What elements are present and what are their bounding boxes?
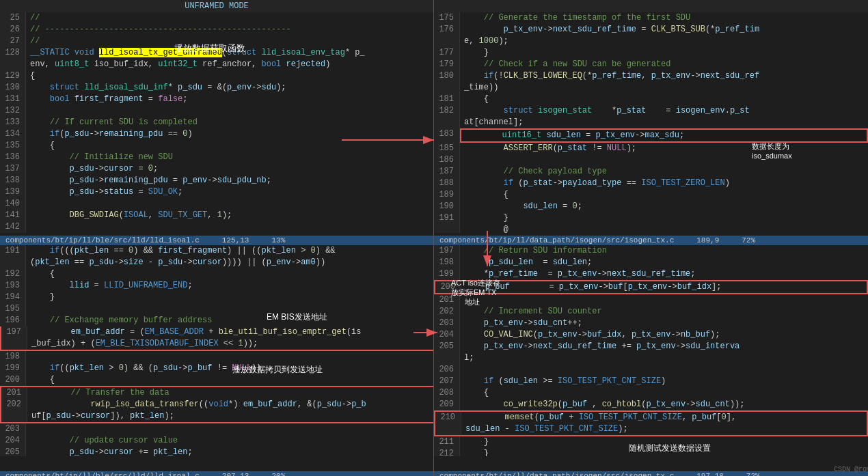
- br-code-line-206: 206: [434, 364, 868, 376]
- bottom-left-code[interactable]: 191 if(((pkt_len == 0) && first_fragment…: [0, 245, 433, 456]
- b-code-line-198: 198: [0, 351, 433, 363]
- b-code-line-191: 191 if(((pkt_len == 0) && first_fragment…: [0, 245, 433, 257]
- br-code-line-204: 204 CO_VAL_INC(p_tx_env->buf_idx, p_tx_e…: [434, 329, 868, 341]
- code-line-182: 182 struct isogen_stat *p_stat = isogen_…: [434, 105, 868, 117]
- br-code-line-205: 205 p_tx_env->next_sdu_ref_time += p_tx_…: [434, 341, 868, 352]
- code-line-180: 180 if(!CLK_BTS_LOWER_EQ(*p_ref_time, p_…: [434, 70, 868, 82]
- br-code-line-202: 202 // Increment SDU counter: [434, 306, 868, 318]
- code-line-191: 191 }: [434, 212, 868, 224]
- b-code-line-192: 192 {: [0, 268, 433, 280]
- br-code-line-207: 207 if (sdu_len >= ISO_TEST_PKT_CNT_SIZE…: [434, 376, 868, 387]
- b-code-line-196: 196 // Exchange memory buffer address: [0, 315, 433, 326]
- bottom-left-panel: 191 if(((pkt_len == 0) && first_fragment…: [0, 245, 434, 471]
- code-line-142: 142: [0, 221, 433, 233]
- code-line-180b: _time)): [434, 82, 868, 94]
- br-code-line-211: 211 }: [434, 436, 868, 448]
- code-line-136: 136 // Initialize new SDU: [0, 152, 433, 163]
- bottom-status-bar: components/bt/ip/ll/ble/src/lld/lld_isoa…: [0, 471, 868, 476]
- top-pane: UNFRAMED MODE 25 // 26 // --------------…: [0, 0, 868, 236]
- b-code-line-197b: _buf_idx) + (EM_BLE_TXISODATABUF_INDEX <…: [0, 338, 433, 351]
- br-code-line-197: 197 // Return SDU information: [434, 245, 868, 257]
- code-line-128b: env, uint8_t iso_buf_idx, uint32_t ref_a…: [0, 59, 433, 70]
- b-code-line-201: 201 // Transfer the data: [0, 386, 433, 399]
- code-line-134: 134 if(p_sdu->remaining_pdu == 0): [0, 128, 433, 140]
- top-right-header: [434, 0, 868, 12]
- br-code-line-199: 199 *p_ref_time = p_tx_env->next_sdu_ref…: [434, 268, 868, 280]
- code-line-135: 135 {: [0, 140, 433, 152]
- code-line-185: 185 ASSERT_ERR(p_stat != NULL);: [434, 143, 868, 154]
- b-code-line-203: 203: [0, 423, 433, 435]
- b-code-line-194: 194 }: [0, 292, 433, 303]
- code-line-176b: e, 1000);: [434, 36, 868, 47]
- top-right-panel: 175 // Generate the timestamp of the fir…: [434, 0, 868, 236]
- br-code-line-200: 200 p_buf = p_tx_env->buf[p_tx_env->buf_…: [434, 280, 868, 294]
- code-line-132: 132: [0, 105, 433, 117]
- code-line-187: 187 // Check payload type: [434, 166, 868, 178]
- b-code-line-197: 197 em_buf_addr = (EM_BASE_ADDR + ble_ut…: [0, 326, 433, 338]
- code-line-189: 189 {: [434, 189, 868, 201]
- code-line-181: 181 {: [434, 94, 868, 105]
- br-code-line-209: 209 co_write32p(p_buf , co_htobl(p_tx_en…: [434, 399, 868, 410]
- code-line-177: 177 }: [434, 47, 868, 59]
- top-left-title: UNFRAMED MODE: [185, 1, 249, 11]
- code-line-176: 176 p_tx_env->next_sdu_ref_time = CLK_BT…: [434, 24, 868, 36]
- code-line-141: 141 DBG_SWDIAG(ISOAL, SDU_TX_GET, 1);: [0, 210, 433, 221]
- bottom-right-code[interactable]: 197 // Return SDU information 198 *p_sdu…: [434, 245, 868, 456]
- status-right-top: components/bt/ip/ll/data_path/isogen/src…: [434, 236, 868, 245]
- code-line-133: 133 // If current SDU is completed: [0, 117, 433, 128]
- bottom-right-panel: 197 // Return SDU information 198 *p_sdu…: [434, 245, 868, 471]
- br-code-line-212: 212 }: [434, 448, 868, 456]
- code-line-at: @: [434, 224, 868, 233]
- b-code-line-205: 205 p_sdu->cursor += pkt_len;: [0, 447, 433, 456]
- code-line-131: 131 bool first_fragment = false;: [0, 94, 433, 105]
- status-right-bottom: components/bt/ip/ll/data_path/isogen/src…: [434, 471, 868, 476]
- status-left-top: components/bt/ip/ll/ble/src/lld/lld_isoa…: [0, 236, 434, 245]
- br-code-line-210b: sdu_len - ISO_TEST_PKT_CNT_SIZE);: [434, 423, 868, 436]
- code-line-190: 190 sdu_len = 0;: [434, 201, 868, 212]
- main-container: UNFRAMED MODE 25 // 26 // --------------…: [0, 0, 868, 476]
- top-right-code[interactable]: 175 // Generate the timestamp of the fir…: [434, 12, 868, 233]
- top-left-panel: UNFRAMED MODE 25 // 26 // --------------…: [0, 0, 434, 236]
- code-line-137: 137 p_sdu->cursor = 0;: [0, 163, 433, 175]
- code-line-182b: at[channel];: [434, 117, 868, 128]
- br-code-line-205b: l;: [434, 352, 868, 364]
- b-code-line-195: 195: [0, 303, 433, 315]
- br-code-line-203: 203 p_tx_env->sdu_cnt++;: [434, 318, 868, 329]
- b-code-line-202b: uf[p_sdu->cursor]), pkt_len);: [0, 410, 433, 423]
- b-code-line-200: 200 {: [0, 374, 433, 386]
- code-line-183: 183 uint16_t sdu_len = p_tx_env->max_sdu…: [434, 128, 868, 143]
- br-code-line-201: 201: [434, 294, 868, 306]
- code-line-140: 140: [0, 198, 433, 210]
- code-line-186: 186: [434, 154, 868, 166]
- code-line-129: 129 {: [0, 70, 433, 82]
- br-code-line-210: 210 memset(p_buf + ISO_TEST_PKT_CNT_SIZE…: [434, 410, 868, 423]
- br-code-line-208: 208 {: [434, 387, 868, 399]
- code-line-139: 139 p_sdu->status = SDU_OK;: [0, 186, 433, 198]
- bottom-pane: 191 if(((pkt_len == 0) && first_fragment…: [0, 245, 868, 471]
- code-line-27: 27 //: [0, 36, 433, 47]
- b-code-line-202: 202 rwip_iso_data_transfer((void*) em_bu…: [0, 399, 433, 410]
- b-code-line-204: 204 // update cursor value: [0, 435, 433, 447]
- code-line-128: 128 __STATIC void lld_isoal_tx_get_unfra…: [0, 47, 433, 59]
- b-code-line-199: 199 if((pkt_len > 0) && (p_sdu->p_buf !=…: [0, 363, 433, 374]
- code-line-188: 188 if (p_stat->payload_type == ISO_TEST…: [434, 178, 868, 189]
- top-left-header: UNFRAMED MODE: [0, 0, 433, 12]
- code-line-130: 130 struct lld_isoal_sdu_inf* p_sdu = &(…: [0, 82, 433, 94]
- code-line-138: 138 p_sdu->remaining_pdu = p_env->sdu_pd…: [0, 175, 433, 186]
- b-code-line-191b: (pkt_len == p_sdu->size - p_sdu->cursor)…: [0, 257, 433, 268]
- code-line-25: 25 //: [0, 12, 433, 24]
- br-code-line-198: 198 *p_sdu_len = sdu_len;: [434, 257, 868, 268]
- code-line-175: 175 // Generate the timestamp of the fir…: [434, 12, 868, 24]
- status-left-bottom: components/bt/ip/ll/ble/src/lld/lld_isoa…: [0, 471, 434, 476]
- b-code-line-193: 193 llid = LLID_UNFRAMED_END;: [0, 280, 433, 292]
- top-left-code[interactable]: 25 // 26 // ----------------------------…: [0, 12, 433, 233]
- code-line-26: 26 // ----------------------------------…: [0, 24, 433, 36]
- middle-status-bar: components/bt/ip/ll/ble/src/lld/lld_isoa…: [0, 236, 868, 245]
- code-line-179: 179 // Check if a new SDU can be generat…: [434, 59, 868, 70]
